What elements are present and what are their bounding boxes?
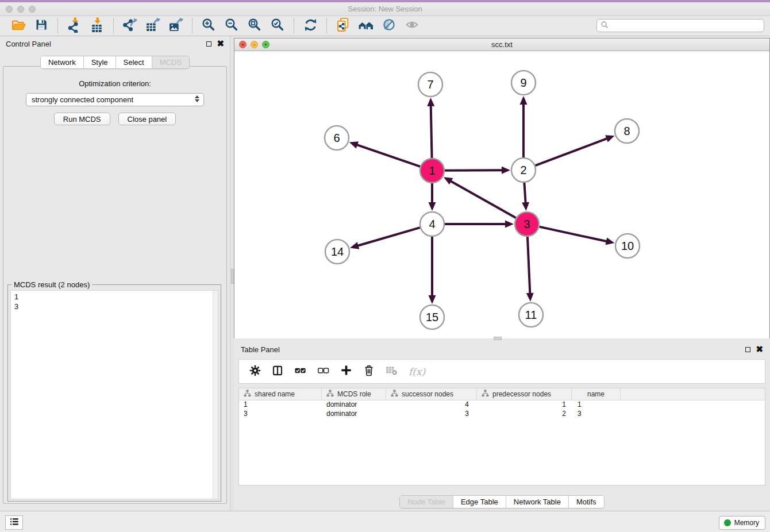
show-panels-list-button[interactable] [5, 515, 23, 530]
select-all-button[interactable] [294, 365, 306, 379]
column-header-name[interactable]: name [572, 388, 621, 400]
open-folder-icon [11, 17, 26, 35]
tab-mcds[interactable]: MCDS [152, 56, 189, 68]
network-canvas[interactable]: 1234678910111415 [234, 51, 769, 338]
table-cell[interactable]: 4 [386, 400, 477, 410]
table-row[interactable]: 1dominator411 [239, 400, 765, 410]
table-cell[interactable]: 2 [477, 410, 572, 419]
table-cell[interactable]: dominator [322, 400, 386, 410]
show-graphics-details-button[interactable] [401, 17, 424, 35]
home-houses-icon [358, 17, 374, 35]
export-network-button[interactable] [118, 17, 141, 35]
trash-icon [363, 364, 375, 379]
eye-icon [405, 17, 419, 34]
zoom-in-icon [201, 17, 216, 34]
columns-icon [272, 365, 283, 379]
zoom-out-icon [224, 17, 239, 34]
column-label: predecessor nodes [492, 390, 551, 398]
close-panel-button[interactable]: Close panel [118, 113, 176, 125]
edge-3-10[interactable] [539, 227, 607, 242]
search-field[interactable] [596, 19, 764, 32]
toggle-style-button[interactable] [378, 17, 401, 35]
edge-1-7[interactable] [431, 105, 432, 158]
column-header-predecessor-nodes[interactable]: predecessor nodes [477, 388, 572, 400]
open-session-button[interactable] [7, 17, 30, 35]
edge-4-14[interactable] [357, 228, 420, 246]
network-overview-button[interactable] [355, 17, 378, 35]
tab-node-table[interactable]: Node Table [400, 496, 453, 508]
graph-node-label: 10 [621, 240, 634, 252]
table-cell[interactable]: 1 [239, 400, 322, 410]
zoom-selected-button[interactable] [266, 17, 289, 35]
close-panel-icon[interactable]: ✖ [217, 41, 224, 47]
float-table-panel-icon[interactable] [745, 347, 750, 352]
panel-splitter-vertical[interactable] [230, 36, 234, 511]
criterion-dropdown[interactable]: strongly connected component [26, 93, 204, 106]
search-icon [600, 21, 609, 31]
close-table-panel-icon[interactable]: ✖ [756, 346, 763, 352]
edge-3-11[interactable] [528, 237, 530, 295]
status-bar: Memory [0, 511, 770, 532]
zoom-selected-icon [270, 17, 285, 34]
table-tabs: Node TableEdge TableNetwork TableMotifs [399, 495, 604, 508]
edge-1-2[interactable] [445, 170, 503, 171]
export-image-icon [168, 17, 184, 35]
show-column-button[interactable] [272, 365, 283, 379]
table-cell[interactable]: 3 [239, 410, 322, 419]
plus-icon [340, 364, 352, 379]
edge-arrowhead [350, 242, 359, 249]
tab-style[interactable]: Style [84, 56, 116, 68]
save-session-button[interactable] [30, 17, 53, 35]
edge-2-3[interactable] [524, 183, 525, 204]
import-network-button[interactable] [63, 17, 86, 35]
table-row[interactable]: 3dominator323 [239, 410, 765, 419]
table-cell[interactable]: 1 [572, 400, 621, 410]
column-header-shared-name[interactable]: shared name [239, 388, 322, 400]
table-panel: Table Panel ✖ f(x) shared nameMCDS roles… [234, 342, 770, 511]
column-label: MCDS role [337, 390, 371, 398]
add-row-button[interactable] [340, 364, 352, 379]
column-header-successor-nodes[interactable]: successor nodes [386, 388, 477, 400]
float-panel-icon[interactable] [206, 41, 211, 47]
edge-arrowhead [502, 167, 510, 174]
apply-layout-button[interactable] [299, 17, 322, 35]
attribute-tree-icon [482, 390, 489, 399]
column-label: successor nodes [402, 390, 453, 398]
edge-2-8[interactable] [536, 138, 609, 165]
search-input[interactable] [611, 22, 764, 30]
deselect-all-button[interactable] [317, 365, 329, 379]
tab-motifs[interactable]: Motifs [569, 496, 604, 508]
edge-1-6[interactable] [356, 144, 420, 166]
duplicate-network-button[interactable] [332, 17, 355, 35]
attribute-tree-icon [326, 390, 334, 399]
tab-select[interactable]: Select [116, 56, 152, 68]
export-table-button[interactable] [141, 17, 164, 35]
table-cell[interactable]: dominator [322, 410, 386, 419]
delete-row-button[interactable] [363, 364, 375, 379]
graph-node-label: 15 [426, 311, 438, 323]
column-label: shared name [255, 390, 295, 398]
zoom-in-button[interactable] [197, 17, 220, 35]
zoom-out-button[interactable] [220, 17, 243, 35]
run-mcds-button[interactable]: Run MCDS [54, 113, 110, 125]
network-view-window: × − + scc.txt 1234678910111415 [234, 38, 770, 338]
mcds-result-textarea[interactable]: 1 3 [10, 290, 218, 499]
import-table-button[interactable] [86, 17, 109, 35]
function-builder-button[interactable]: f(x) [409, 366, 425, 377]
export-image-button[interactable] [164, 17, 187, 35]
deselect-all-checkboxes-icon [317, 365, 329, 379]
tab-network[interactable]: Network [41, 56, 84, 68]
tab-network-table[interactable]: Network Table [506, 496, 569, 508]
horizontal-splitter-handle[interactable] [494, 337, 502, 340]
tab-edge-table[interactable]: Edge Table [453, 496, 506, 508]
zoom-fit-button[interactable] [243, 17, 266, 35]
result-scrollbar[interactable] [213, 291, 218, 499]
table-cell[interactable]: 1 [477, 400, 572, 410]
delete-table-button[interactable] [386, 365, 398, 378]
column-header-mcds-role[interactable]: MCDS role [322, 388, 386, 400]
memory-button[interactable]: Memory [719, 516, 765, 530]
table-settings-button[interactable] [249, 365, 261, 379]
table-cell[interactable]: 3 [572, 410, 621, 419]
table-cell[interactable]: 3 [386, 410, 477, 419]
edge-3-1[interactable] [449, 180, 515, 218]
